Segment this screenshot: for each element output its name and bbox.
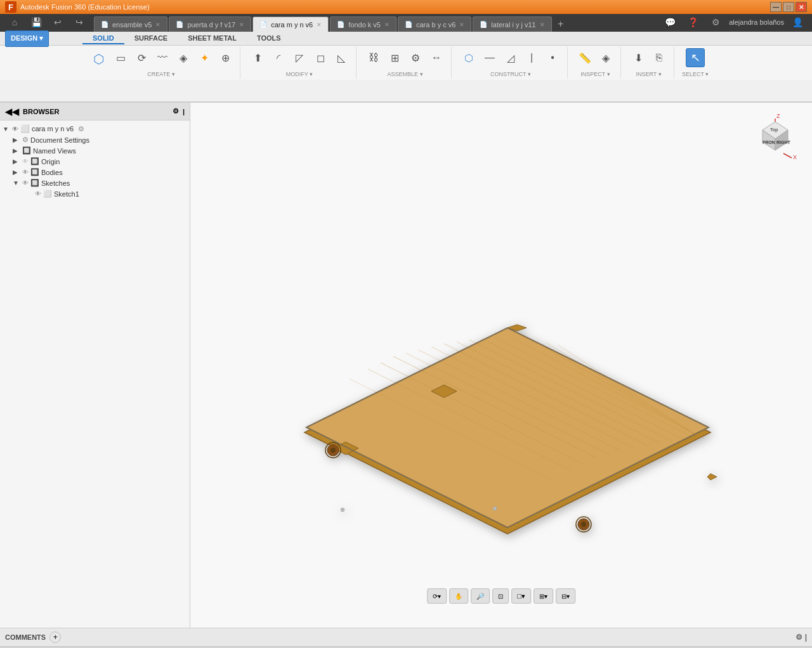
fit-button[interactable]: ⊡ [492,588,509,604]
nav-cube[interactable]: Z X Top FRONT RIGHT [749,112,802,166]
loft-button[interactable]: ◈ [174,48,193,67]
pan-tool-button[interactable]: ✋ [449,588,468,604]
ribbon-group-construct: ⬡ — ◿ | • CONSTRUCT ▾ [454,47,568,79]
browser-collapse-icon[interactable]: ◀◀ [5,107,19,117]
tab-close-lateral[interactable]: ✕ [540,22,545,28]
tree-sketches[interactable]: ▼ 👁 🔲 Sketches [0,178,190,188]
orbit-tool-button[interactable]: ⟳▾ [427,588,447,604]
tab-fondo[interactable]: 📄 fondo k v5 ✕ [330,16,396,32]
comments-pin-icon[interactable]: | [805,633,807,642]
motion-link-button[interactable]: ↔ [427,48,446,67]
joint-button[interactable]: ⛓ [364,48,383,67]
tab-close-fondo[interactable]: ✕ [384,22,390,28]
tab-icon: 📄 [405,21,412,28]
redo-icon[interactable]: ↪ [70,13,89,32]
ribbon-group-select: ↖ SELECT ▾ [677,47,714,79]
close-button[interactable]: ✕ [796,2,807,12]
zoom-tool-button[interactable]: 🔎 [471,588,490,604]
tree-origin[interactable]: ▶ 👁 🔲 Origin [0,156,190,167]
ribbon-tab-tools[interactable]: TOOLS [247,33,291,44]
insert-svg-button[interactable]: ⎘ [650,48,669,67]
offset-plane-button[interactable]: ⬡ [459,48,478,67]
tab-cara[interactable]: 📄 cara m y n v6 ✕ [252,16,329,32]
tree-sketch1[interactable]: 👁 ⬜ Sketch1 [0,188,190,199]
tab-icon: 📄 [176,21,183,28]
more-create-button[interactable]: ⊕ [216,48,235,67]
extrude-button[interactable]: ▭ [111,48,130,67]
svg-point-25 [581,522,586,527]
shell-button[interactable]: ◻ [311,48,330,67]
tree-sketches-arrow: ▼ [13,179,20,186]
tree-named-views[interactable]: ▶ 🔲 Named Views [0,145,190,156]
revolve-button[interactable]: ⟳ [132,48,151,67]
tree-bodies-eye[interactable]: 👁 [22,169,29,176]
angle-plane-button[interactable]: ◿ [501,48,520,67]
browser-settings-icon[interactable]: ⚙ [173,107,179,115]
tree-named-views-label: Named Views [33,147,76,155]
axis-button[interactable]: | [522,48,541,67]
rigid-group-button[interactable]: ⊞ [385,48,404,67]
tab-close-carabyc[interactable]: ✕ [459,22,464,28]
browser-panel: ◀◀ BROWSER ⚙ | ▼ 👁 ⬜ cara m y n v6 ⚙ ▶ ⚙… [0,103,190,628]
add-comment-button[interactable]: + [49,632,61,643]
tree-root-item[interactable]: ▼ 👁 ⬜ cara m y n v6 ⚙ [0,123,190,134]
tab-close-puerta[interactable]: ✕ [239,22,244,28]
comment-icon[interactable]: 💬 [660,13,679,32]
tree-doc-settings[interactable]: ▶ ⚙ Document Settings [0,134,190,145]
insert-label: INSERT ▾ [636,71,661,77]
drive-joint-button[interactable]: ⚙ [406,48,425,67]
select-button[interactable]: ↖ [686,48,705,67]
press-pull-button[interactable]: ⬆ [248,48,267,67]
user-avatar[interactable]: 👤 [788,13,807,32]
new-component-button[interactable]: ⬡ [88,48,109,70]
measure-button[interactable]: 📏 [575,48,594,67]
tree-root-eye[interactable]: 👁 [12,126,18,133]
maximize-button[interactable]: □ [783,2,794,12]
tab-close-cara[interactable]: ✕ [317,22,322,28]
browser-content: ▼ 👁 ⬜ cara m y n v6 ⚙ ▶ ⚙ Document Setti… [0,120,190,628]
home-icon[interactable]: ⌂ [5,13,24,32]
tab-close-ensamble[interactable]: ✕ [155,22,160,28]
ribbon-tab-sheet-metal[interactable]: SHEET METAL [178,33,247,44]
sweep-button[interactable]: 〰 [153,48,172,67]
tab-ensamble[interactable]: 📄 ensamble v5 ✕ [94,16,167,32]
render-mode-button[interactable]: ⊟▾ [556,588,575,604]
help-icon[interactable]: ❓ [683,13,702,32]
point-button[interactable]: • [543,48,562,67]
add-tab-button[interactable]: + [553,16,568,32]
ribbon-tab-solid[interactable]: SOLID [82,33,124,44]
interference-button[interactable]: ◈ [596,48,615,67]
draft-button[interactable]: ◺ [332,48,351,67]
tree-root-label: cara m y n v6 [32,125,74,133]
tree-origin-eye[interactable]: 👁 [22,158,29,165]
browser-pin-icon[interactable]: | [183,108,185,115]
tree-root-settings[interactable]: ⚙ [78,125,84,133]
insert-mcmaster-button[interactable]: ⬇ [629,48,648,67]
tab-icon: 📄 [337,21,344,28]
fillet-button[interactable]: ◜ [269,48,288,67]
grid-button[interactable]: ⊞▾ [534,588,553,604]
tab-puerta[interactable]: 📄 puerta d y f v17 ✕ [169,16,251,32]
tree-sketches-eye[interactable]: 👁 [22,179,29,186]
comments-settings-icon[interactable]: ⚙ [796,633,802,642]
display-mode-button[interactable]: □▾ [511,588,531,604]
save-icon[interactable]: 💾 [27,13,46,32]
svg-point-23 [331,448,336,453]
ribbon-tab-surface[interactable]: SURFACE [124,33,178,44]
tree-sketches-label: Sketches [41,179,70,187]
tree-sketches-icon: 🔲 [30,179,39,187]
settings-top-icon[interactable]: ⚙ [706,13,725,32]
design-dropdown-button[interactable]: DESIGN ▾ [5,30,49,47]
tree-sketch1-eye[interactable]: 👁 [35,190,41,197]
svg-text:RIGHT: RIGHT [776,140,791,145]
tree-bodies[interactable]: ▶ 👁 🔲 Bodies [0,167,190,178]
minimize-button[interactable]: — [770,2,782,12]
chamfer-button[interactable]: ◸ [290,48,309,67]
tab-lateral[interactable]: 📄 lateral i y j v11 ✕ [473,16,551,32]
toolbar-area: DESIGN ▾ SOLID SURFACE SHEET METAL TOOLS… [0,32,812,103]
viewport[interactable]: Z X Top FRONT RIGHT ⟳▾ ✋ 🔎 ⊡ □▾ ⊞▾ [190,103,812,628]
midplane-button[interactable]: — [480,48,499,67]
undo-icon[interactable]: ↩ [48,13,67,32]
tab-carabyc[interactable]: 📄 cara b y c v6 ✕ [398,16,471,32]
rib-button[interactable]: ✦ [195,48,214,67]
